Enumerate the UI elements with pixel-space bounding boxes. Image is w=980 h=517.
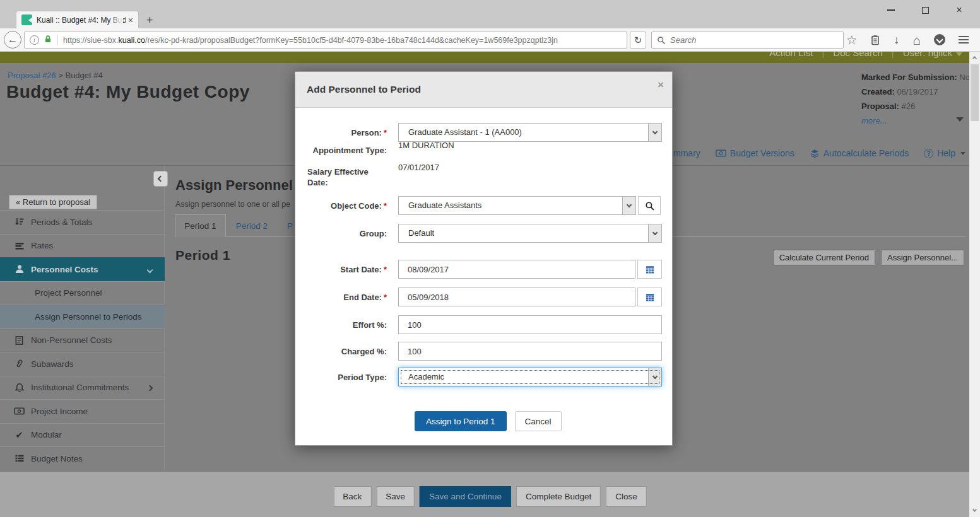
browser-tab[interactable]: Kuali :: Budget #4: My Budg × [16, 11, 139, 28]
required-marker: * [384, 201, 387, 211]
save-and-continue-button[interactable]: Save and Continue [420, 486, 511, 507]
maximize-button[interactable] [917, 3, 933, 18]
charged-label: Charged %: [295, 346, 387, 357]
object-code-select[interactable]: Graduate Assistants [398, 196, 636, 215]
cancel-button[interactable]: Cancel [515, 411, 562, 431]
assign-to-period-button[interactable]: Assign to Period 1 [415, 411, 507, 431]
header-divider: | [892, 52, 894, 58]
breadcrumb-proposal-link[interactable]: Proposal #26 [8, 71, 56, 80]
browser-titlebar: Kuali :: Budget #4: My Budg × + × [0, 0, 980, 28]
menu-icon[interactable] [959, 36, 969, 44]
more-link[interactable]: more... [861, 113, 970, 128]
url-path: /res/kc-pd-krad/proposalBudget?formKey=5… [145, 36, 558, 45]
search-bar[interactable] [651, 32, 844, 49]
modal-buttons: Assign to Period 1 Cancel [415, 411, 562, 431]
salary-effective-date-label: Salary Effective Date: [307, 166, 389, 188]
paperclip-icon [14, 359, 25, 369]
reload-button[interactable]: ↻ [630, 32, 646, 49]
sidebar-item-rates[interactable]: Rates [0, 234, 165, 258]
end-date-input[interactable] [398, 288, 635, 306]
return-to-proposal-button[interactable]: « Return to proposal [9, 195, 97, 209]
chevron-down-icon [648, 124, 661, 141]
object-code-label: Object Code:* [295, 200, 387, 211]
page-info-icon[interactable]: i [30, 35, 39, 45]
home-icon[interactable]: ⌂ [912, 33, 921, 47]
autocalculate-periods-link[interactable]: Autocalculate Periods [810, 148, 909, 158]
group-select[interactable]: Default [398, 224, 662, 243]
start-date-input[interactable] [398, 260, 635, 279]
sidebar-item-subawards[interactable]: Subawards [0, 352, 165, 376]
toolbar-icons: ☆ ↓ ⌂ [846, 31, 969, 49]
breadcrumb-current: Budget #4 [65, 71, 102, 80]
sidebar-item-periods-totals[interactable]: Periods & Totals [0, 210, 165, 234]
effort-input[interactable] [398, 315, 662, 334]
url-domain: kuali.co [119, 36, 145, 45]
chevron-down-icon [960, 152, 965, 155]
person-select[interactable]: Graduate Assistant - 1 (AA000) [398, 123, 662, 142]
url-bar[interactable]: i https://siue-sbx.kuali.co/res/kc-pd-kr… [24, 32, 627, 49]
downloads-icon[interactable]: ↓ [894, 34, 899, 45]
chevron-down-icon [648, 368, 661, 386]
complete-budget-button[interactable]: Complete Budget [516, 486, 601, 507]
tab-period-1[interactable]: Period 1 [175, 214, 226, 237]
back-button[interactable]: ← [4, 31, 21, 49]
end-date-calendar-button[interactable] [637, 288, 662, 306]
sidebar-menu: Periods & Totals Rates Personnel Costs [0, 210, 165, 470]
sidebar: « Return to proposal Periods & Totals Ra… [0, 166, 165, 470]
site-header-links: Action List | Doc Search | User: nglick [769, 52, 962, 58]
start-date-label: Start Date:* [295, 264, 387, 275]
new-tab-button[interactable]: + [146, 14, 153, 27]
user-menu[interactable]: User: nglick [903, 52, 962, 58]
sidebar-item-budget-notes[interactable]: Budget Notes [0, 446, 165, 470]
sidebar-item-non-personnel-costs[interactable]: Non-Personnel Costs [0, 328, 165, 352]
tab-period-2[interactable]: Period 2 [226, 214, 278, 237]
close-window-button[interactable]: × [951, 3, 967, 18]
url-text: https://siue-sbx.kuali.co/res/kc-pd-krad… [63, 36, 558, 45]
back-page-button[interactable]: Back [333, 486, 371, 507]
period-type-select[interactable]: Academic [398, 368, 662, 386]
content-heading: Assign Personnel [175, 177, 293, 194]
header-divider: | [822, 52, 824, 58]
save-button[interactable]: Save [376, 486, 415, 507]
sidebar-item-institutional-commitments[interactable]: Institutional Commitments [0, 376, 165, 400]
modal-close-icon[interactable]: × [658, 79, 664, 91]
tab-close-icon[interactable]: × [128, 15, 133, 25]
pocket-icon[interactable] [934, 34, 945, 45]
sidebar-item-modular[interactable]: ✔ Modular [0, 423, 165, 447]
sidebar-item-project-income[interactable]: Project Income [0, 399, 165, 423]
group-label: Group: [295, 228, 387, 239]
action-list-link[interactable]: Action List [769, 52, 813, 58]
search-input[interactable] [670, 35, 838, 45]
sidebar-item-project-personnel[interactable]: Project Personnel [0, 281, 165, 305]
doc-search-link[interactable]: Doc Search [833, 52, 882, 58]
assign-personnel-button[interactable]: Assign Personnel... [881, 250, 964, 265]
scrollbar-thumb[interactable] [971, 64, 979, 121]
url-separator [57, 35, 58, 45]
sidebar-collapse-button[interactable] [153, 171, 168, 187]
close-page-button[interactable]: Close [606, 486, 647, 507]
scroll-down-arrow[interactable] [969, 506, 980, 516]
calculate-current-period-button[interactable]: Calculate Current Period [773, 250, 875, 265]
screen: Kuali :: Budget #4: My Budg × + × ← i ht… [0, 0, 980, 517]
magnifier-icon [645, 201, 654, 211]
clipboard-icon[interactable] [870, 35, 880, 45]
close-icon: × [956, 5, 962, 15]
object-code-lookup-button[interactable] [638, 196, 661, 215]
charged-input[interactable] [398, 342, 662, 361]
meta-row: Marked For Submission: No [861, 70, 970, 84]
minimize-button[interactable] [883, 3, 899, 18]
help-menu[interactable]: ? Help [924, 148, 965, 158]
start-date-calendar-button[interactable] [637, 260, 662, 279]
page-scrollbar[interactable] [969, 52, 980, 517]
sidebar-item-assign-personnel-to-periods[interactable]: Assign Personnel to Periods [0, 305, 165, 328]
list-icon [14, 453, 25, 464]
collapse-header-icon[interactable] [956, 117, 964, 122]
help-icon: ? [924, 149, 933, 158]
sidebar-item-personnel-costs[interactable]: Personnel Costs [0, 257, 165, 281]
effort-label: Effort %: [295, 320, 387, 330]
footer-buttons: Back Save Save and Continue Complete Bud… [333, 486, 646, 507]
bookmark-star-icon[interactable]: ☆ [846, 34, 857, 46]
search-icon [657, 36, 666, 45]
budget-versions-link[interactable]: Budget Versions [716, 148, 794, 158]
scroll-up-arrow[interactable] [969, 53, 980, 63]
